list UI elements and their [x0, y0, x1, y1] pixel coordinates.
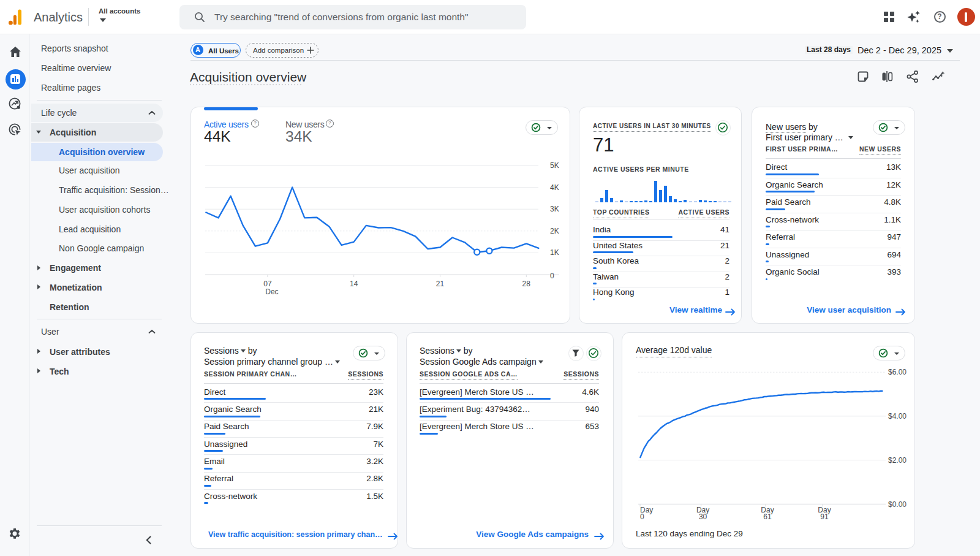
svg-text:21: 21	[436, 280, 445, 288]
svg-text:5K: 5K	[550, 161, 559, 170]
svg-text:14: 14	[350, 280, 358, 288]
svg-text:0: 0	[640, 512, 644, 521]
svg-text:$2.00: $2.00	[888, 456, 907, 465]
svg-text:$0.00: $0.00	[888, 500, 907, 509]
svg-text:Dec: Dec	[265, 288, 278, 296]
svg-text:$6.00: $6.00	[888, 368, 907, 376]
svg-text:28: 28	[522, 280, 531, 288]
svg-text:07: 07	[263, 280, 272, 288]
svg-text:30: 30	[699, 512, 707, 521]
svg-text:2K: 2K	[550, 227, 559, 235]
svg-text:91: 91	[820, 512, 829, 521]
svg-text:1K: 1K	[550, 248, 559, 257]
svg-text:61: 61	[763, 512, 772, 521]
svg-text:4K: 4K	[550, 183, 559, 192]
svg-text:3K: 3K	[550, 205, 559, 213]
svg-text:$4.00: $4.00	[888, 412, 907, 421]
svg-text:0: 0	[550, 272, 554, 280]
